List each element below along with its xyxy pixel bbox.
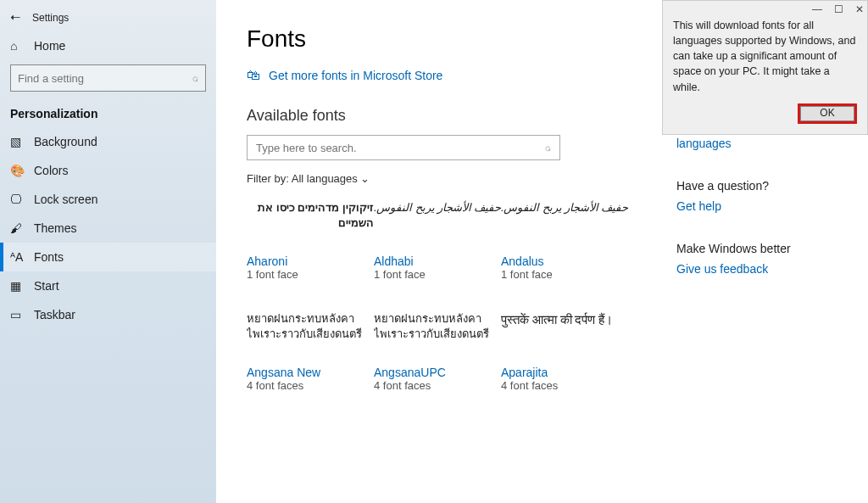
font-sample: حفيف الأشجار يربح النفوس. bbox=[501, 200, 628, 243]
font-name: Angsana New bbox=[247, 366, 374, 379]
store-icon: 🛍 bbox=[247, 68, 260, 83]
feedback-link[interactable]: Give us feedback bbox=[676, 262, 837, 276]
font-sample: זיקוקין מדהימים כיסו את השמיים bbox=[247, 200, 374, 243]
font-faces: 4 font faces bbox=[374, 379, 501, 392]
nav-icon: ▭ bbox=[10, 308, 34, 321]
font-tile[interactable]: حفيف الأشجار يربح النفوس.Andalus1 font f… bbox=[501, 200, 628, 281]
confirm-dialog: — ☐ ✕ This will download fonts for all l… bbox=[662, 0, 868, 135]
font-name: Aharoni bbox=[247, 254, 374, 268]
nav-label: Start bbox=[34, 279, 59, 293]
font-faces: 1 font face bbox=[247, 268, 374, 281]
right-links: Download fonts for all languages Have a … bbox=[676, 123, 837, 276]
font-name: Aparajita bbox=[501, 366, 628, 379]
font-faces: 1 font face bbox=[501, 268, 628, 281]
store-link-label: Get more fonts in Microsoft Store bbox=[269, 69, 442, 82]
sidebar-item-lock-screen[interactable]: 🖵Lock screen bbox=[0, 185, 216, 214]
nav-label: Lock screen bbox=[34, 193, 97, 206]
nav-label: Colors bbox=[34, 164, 68, 177]
font-tile[interactable]: זיקוקין מדהימים כיסו את השמייםAharoni1 f… bbox=[247, 200, 374, 281]
font-name: Aldhabi bbox=[374, 254, 501, 268]
nav-icon: 🖌 bbox=[10, 221, 34, 235]
back-icon[interactable]: 🠐 bbox=[10, 12, 32, 24]
font-tile[interactable]: حفيف الأشجار يربح النفوس.Aldhabi1 font f… bbox=[374, 200, 501, 281]
ok-button[interactable]: OK bbox=[798, 103, 857, 124]
sidebar-item-start[interactable]: ▦Start bbox=[0, 271, 216, 300]
font-tile[interactable]: पुस्तकें आत्मा की दर्पण हैं।Aparajita4 f… bbox=[501, 311, 628, 392]
search-input[interactable] bbox=[18, 72, 192, 85]
search-icon: ⌕ bbox=[545, 142, 551, 154]
nav-icon: ▦ bbox=[10, 279, 34, 293]
sidebar-search[interactable]: ⌕ bbox=[10, 64, 206, 92]
maximize-icon[interactable]: ☐ bbox=[834, 3, 843, 17]
nav-label: Fonts bbox=[34, 250, 64, 264]
question-header: Have a question? bbox=[676, 179, 837, 193]
font-sample: पुस्तकें आत्मा की दर्पण हैं। bbox=[501, 311, 628, 354]
font-sample: หยาดฝนกระทบหลังคาไพเราะราวกับเสียงดนตรี bbox=[247, 311, 374, 354]
nav-icon: 🎨 bbox=[10, 164, 34, 177]
filter-label: Filter by: bbox=[247, 172, 289, 185]
font-sample: حفيف الأشجار يربح النفوس. bbox=[374, 200, 501, 243]
nav-label: Background bbox=[34, 135, 97, 148]
font-faces: 1 font face bbox=[374, 268, 501, 281]
font-name: AngsanaUPC bbox=[374, 366, 501, 379]
home-icon: ⌂ bbox=[10, 39, 34, 53]
sidebar: 🠐 Settings ⌂ Home ⌕ Personalization ▧Bac… bbox=[0, 0, 216, 503]
sidebar-item-background[interactable]: ▧Background bbox=[0, 127, 216, 156]
category-title: Personalization bbox=[0, 103, 216, 127]
font-search-input[interactable] bbox=[256, 142, 545, 154]
nav-label: Taskbar bbox=[34, 308, 75, 321]
nav-icon: ▧ bbox=[10, 135, 34, 148]
close-icon[interactable]: ✕ bbox=[855, 3, 864, 17]
font-faces: 4 font faces bbox=[247, 379, 374, 392]
font-tile[interactable]: หยาดฝนกระทบหลังคาไพเราะราวกับเสียงดนตรีA… bbox=[374, 311, 501, 392]
sidebar-item-themes[interactable]: 🖌Themes bbox=[0, 214, 216, 243]
chevron-down-icon: ⌄ bbox=[360, 172, 370, 185]
nav-label: Themes bbox=[34, 221, 77, 235]
font-faces: 4 font faces bbox=[501, 379, 628, 392]
header-title: Settings bbox=[32, 12, 69, 24]
filter-value: All languages bbox=[292, 172, 358, 185]
nav-icon: 🖵 bbox=[10, 193, 34, 206]
nav-icon: ᴬA bbox=[10, 250, 34, 264]
sidebar-item-fonts[interactable]: ᴬAFonts bbox=[0, 243, 216, 271]
dialog-text: This will download fonts for all languag… bbox=[673, 18, 857, 95]
get-help-link[interactable]: Get help bbox=[676, 199, 837, 213]
search-icon: ⌕ bbox=[192, 72, 198, 84]
font-tile[interactable]: หยาดฝนกระทบหลังคาไพเราะราวกับเสียงดนตรีA… bbox=[247, 311, 374, 392]
sidebar-item-taskbar[interactable]: ▭Taskbar bbox=[0, 300, 216, 329]
font-sample: หยาดฝนกระทบหลังคาไพเราะราวกับเสียงดนตรี bbox=[374, 311, 501, 354]
sidebar-home[interactable]: ⌂ Home bbox=[0, 32, 216, 59]
sidebar-item-colors[interactable]: 🎨Colors bbox=[0, 156, 216, 185]
minimize-icon[interactable]: — bbox=[812, 3, 822, 17]
font-search[interactable]: ⌕ bbox=[247, 135, 560, 160]
home-label: Home bbox=[34, 39, 65, 53]
font-name: Andalus bbox=[501, 254, 628, 268]
better-header: Make Windows better bbox=[676, 242, 837, 255]
